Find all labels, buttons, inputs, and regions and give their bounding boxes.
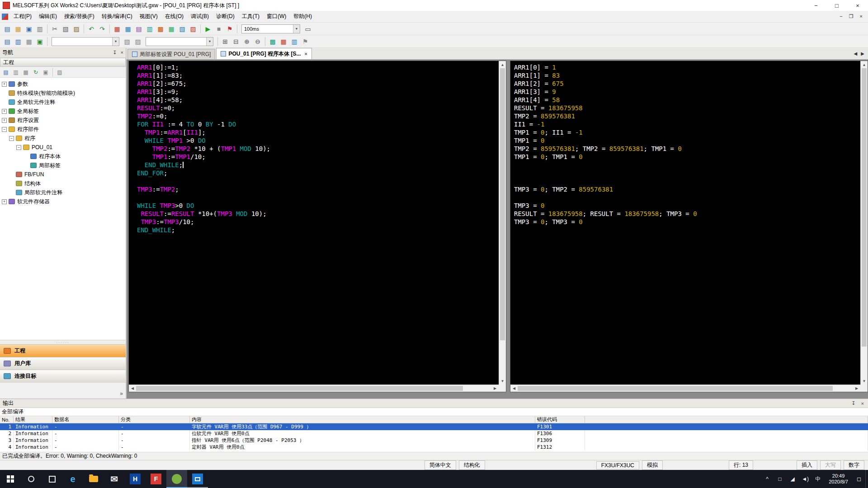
menu-诊断(D)[interactable]: 诊断(D) [212, 11, 238, 22]
paste-icon[interactable]: ▨ [71, 23, 82, 34]
action-center-icon[interactable]: ◻ [853, 476, 865, 482]
menu-工程(P)[interactable]: 工程(P) [10, 11, 35, 22]
close-button[interactable]: × [847, 0, 868, 11]
tab-document[interactable]: 局部标签设置 POU_01 [PRG] [127, 49, 215, 59]
redo-icon[interactable]: ↷ [97, 23, 108, 34]
dock-window-icon[interactable]: ▤ [2, 36, 13, 47]
rebuild-all-icon[interactable]: ▧ [177, 23, 188, 34]
collapse-all-icon[interactable]: ⊟ [231, 36, 241, 47]
horizontal-scrollbar[interactable]: ◀ ▶ [510, 385, 860, 392]
tree-item-局部软元件注释[interactable]: 局部软元件注释 [0, 188, 126, 197]
tree-item-特殊模块(智能功能模块)[interactable]: 特殊模块(智能功能模块) [0, 89, 126, 98]
menu-帮助(H)[interactable]: 帮助(H) [290, 11, 316, 22]
simulation-stop-icon[interactable]: ■ [213, 23, 224, 34]
tree-item-程序部件[interactable]: −程序部件 [0, 125, 126, 134]
tree-item-全局软元件注释[interactable]: 全局软元件注释 [0, 98, 126, 107]
menu-转换/编译(C)[interactable]: 转换/编译(C) [98, 11, 136, 22]
scroll-up-arrow[interactable]: ▲ [499, 61, 506, 68]
navigation-window-icon[interactable]: ▥ [13, 36, 24, 47]
device-comment-icon[interactable]: ▦ [112, 23, 123, 34]
st-code-content[interactable]: ARR1[0]:=1;ARR1[1]:=83;ARR1[2]:=675;ARR1… [129, 61, 499, 385]
maximize-button[interactable]: □ [826, 0, 847, 11]
clock[interactable]: 20:49 2020/8/7 [824, 473, 853, 485]
melsoft-simulator-app[interactable] [187, 470, 208, 488]
mail-app[interactable]: ✉ [104, 470, 125, 488]
nav-button-连接目标[interactable]: 连接目标 [0, 370, 126, 382]
element-selection-icon[interactable]: ▦ [24, 36, 34, 47]
vertical-scrollbar[interactable]: ▲ ▼ [499, 61, 506, 385]
search-button[interactable] [21, 470, 42, 488]
refresh-icon[interactable]: ↻ [31, 67, 41, 77]
browser-app[interactable] [166, 470, 187, 488]
scroll-up-arrow[interactable]: ▲ [861, 61, 868, 68]
print-icon[interactable]: ▥ [34, 23, 45, 34]
menu-搜索/替换(F)[interactable]: 搜索/替换(F) [61, 11, 98, 22]
project-section-header[interactable]: 工程 [0, 58, 126, 67]
tree-expander[interactable]: + [2, 199, 7, 204]
tree-item-局部标签[interactable]: 局部标签 [0, 161, 126, 170]
online-icon[interactable]: ▨ [188, 23, 198, 34]
chevron-down-icon[interactable]: ▼ [293, 25, 300, 33]
find-icon[interactable]: ▧ [122, 36, 132, 47]
menu-视图(V)[interactable]: 视图(V) [136, 11, 161, 22]
tree-expander[interactable]: − [2, 127, 7, 132]
tree-item-程序本体[interactable]: 程序本体 [0, 152, 126, 161]
new-project-icon[interactable]: ▤ [2, 23, 13, 34]
tab-scroll-right-icon[interactable]: ▶ [861, 51, 864, 56]
tree-item-POU_01[interactable]: −POU_01 [0, 143, 126, 152]
start-button[interactable] [0, 470, 21, 488]
undo-icon[interactable]: ↶ [86, 23, 97, 34]
pin-icon[interactable]: ↧ [850, 400, 857, 406]
output-row[interactable]: 3Information--指针 VAR用 使用6点（范围 P2048 - P2… [0, 437, 868, 444]
horizontal-scrollbar[interactable]: ◀ ▶ [129, 385, 499, 392]
scroll-right-arrow[interactable]: ▶ [491, 385, 499, 392]
ime-indicator[interactable]: 中 [811, 475, 824, 483]
minimize-button[interactable]: − [806, 0, 826, 11]
chevron-up-icon[interactable]: ^ [761, 476, 774, 482]
tree-expander[interactable]: + [2, 118, 7, 123]
nav-button-用户库[interactable]: 用户库 [0, 357, 126, 370]
h-app[interactable]: H [125, 470, 146, 488]
scroll-right-arrow[interactable]: ▶ [853, 385, 860, 392]
task-view-button[interactable] [42, 470, 62, 488]
splitter-handle[interactable]: ······ [0, 340, 126, 344]
zoom-in-icon[interactable]: ⊕ [241, 36, 252, 47]
tree-expander[interactable]: − [9, 136, 14, 141]
output-window-icon[interactable]: ▣ [34, 36, 45, 47]
write-to-plc-icon[interactable]: ▭ [302, 23, 313, 34]
save-project-icon[interactable]: ▣ [24, 23, 34, 34]
copy-icon[interactable]: ▧ [60, 23, 71, 34]
scroll-thumb[interactable] [862, 68, 867, 347]
close-icon[interactable]: × [121, 50, 123, 56]
project-view-icon[interactable]: ▤ [1, 67, 11, 77]
scroll-track[interactable] [499, 68, 506, 377]
tree-item-参数[interactable]: +参数 [0, 80, 126, 89]
scroll-thumb[interactable] [518, 386, 833, 391]
device-memory-icon[interactable]: ▥ [144, 23, 155, 34]
tree-item-程序设置[interactable]: +程序设置 [0, 116, 126, 125]
menu-工具(T)[interactable]: 工具(T) [238, 11, 263, 22]
tree-item-FB/FUN[interactable]: FB/FUN [0, 170, 126, 179]
monitor-start-icon[interactable]: ▩ [267, 36, 278, 47]
tree-expander[interactable]: + [2, 109, 7, 114]
mdi-minimize-button[interactable]: − [840, 14, 842, 19]
close-icon[interactable]: × [860, 401, 865, 406]
tab-scroll-left-icon[interactable]: ◀ [854, 51, 858, 56]
mdi-close-button[interactable]: × [860, 14, 863, 19]
device-combo[interactable]: ▼ [52, 37, 119, 46]
output-row[interactable]: 1Information--字软元件 VAR用 使用33点（范围 D967 - … [0, 423, 868, 430]
scroll-down-arrow[interactable]: ▼ [861, 377, 868, 385]
cut-icon[interactable]: ✂ [49, 23, 60, 34]
program-icon[interactable]: ▩ [155, 23, 166, 34]
edge-app[interactable]: e [62, 470, 83, 488]
file-explorer-app[interactable] [83, 470, 104, 488]
mdi-restore-button[interactable]: ❐ [849, 14, 854, 19]
volume-icon[interactable]: ◄) [799, 476, 811, 482]
scroll-left-arrow[interactable]: ◀ [510, 385, 518, 392]
scroll-down-arrow[interactable]: ▼ [499, 377, 506, 385]
monitor-stop-icon[interactable]: ▦ [278, 36, 289, 47]
scroll-left-arrow[interactable]: ◀ [129, 385, 136, 392]
scroll-track[interactable] [136, 385, 491, 392]
chevron-down-icon[interactable]: ▼ [206, 38, 213, 46]
scroll-thumb[interactable] [500, 68, 505, 340]
